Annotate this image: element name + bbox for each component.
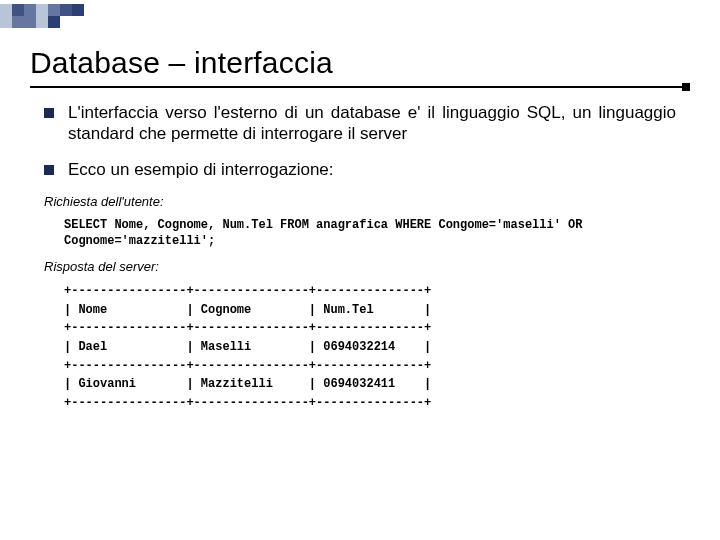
bullet-icon — [44, 165, 54, 175]
sql-query: SELECT Nome, Cognome, Num.Tel FROM anagr… — [44, 215, 676, 251]
bullet-item: Ecco un esempio di interrogazione: — [44, 159, 676, 180]
table-row: | Giovanni | Mazzitelli | 0694032411 | — [64, 377, 431, 391]
table-row: +----------------+----------------+-----… — [64, 284, 431, 298]
bullet-icon — [44, 108, 54, 118]
slide-content: L'interfaccia verso l'esterno di un data… — [0, 102, 720, 412]
bullet-text: L'interfaccia verso l'esterno di un data… — [68, 102, 676, 145]
request-label: Richiesta dell'utente: — [44, 194, 676, 209]
sql-line: SELECT Nome, Cognome, Num.Tel FROM anagr… — [64, 218, 582, 232]
server-response-table: +----------------+----------------+-----… — [44, 280, 676, 412]
title-rule — [30, 86, 690, 88]
table-row: +----------------+----------------+-----… — [64, 396, 431, 410]
table-row: +----------------+----------------+-----… — [64, 321, 431, 335]
page-title: Database – interfaccia — [0, 0, 720, 86]
sql-line: Cognome='mazzitelli'; — [64, 234, 215, 248]
table-row: +----------------+----------------+-----… — [64, 359, 431, 373]
table-row: | Nome | Cognome | Num.Tel | — [64, 303, 431, 317]
bullet-text: Ecco un esempio di interrogazione: — [68, 159, 676, 180]
table-row: | Dael | Maselli | 0694032214 | — [64, 340, 431, 354]
bullet-item: L'interfaccia verso l'esterno di un data… — [44, 102, 676, 145]
response-label: Risposta del server: — [44, 259, 676, 274]
corner-decoration — [0, 4, 84, 28]
